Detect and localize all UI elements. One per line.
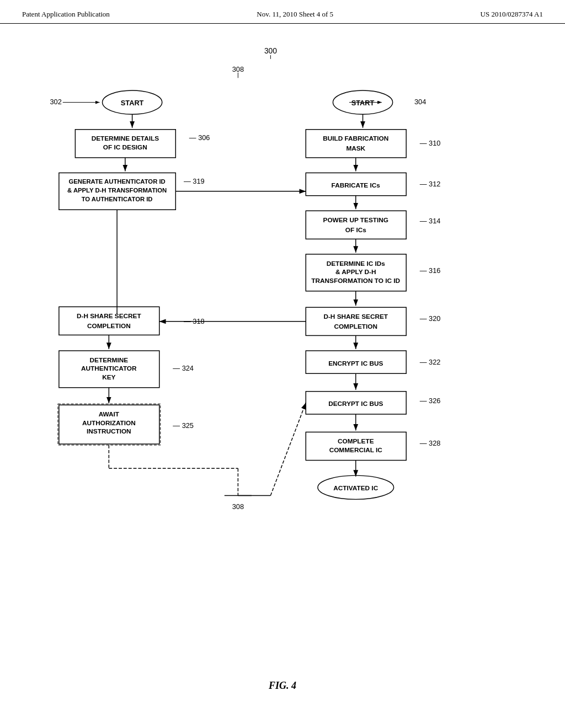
flowchart-svg: 300 302 START — 306 DETERMINE DETAILS OF… [0, 24, 565, 675]
label-316: — 316 [420, 266, 441, 275]
dh-share-right-label2: COMPLETION [334, 323, 377, 330]
label-314: — 314 [420, 217, 441, 225]
build-fab-label2: MASK [346, 144, 365, 152]
svg-rect-18 [306, 211, 406, 239]
label-328: — 328 [420, 439, 441, 447]
det-auth-key-label2: AUTHENTICATOR [81, 365, 137, 372]
det-auth-key-label1: DETERMINE [90, 356, 129, 364]
label-312: — 312 [420, 180, 441, 188]
dh-share-left-label1: D-H SHARE SECRET [77, 312, 141, 320]
complete-label1: COMPLETE [338, 437, 374, 445]
determine-details-label: DETERMINE DETAILS [92, 135, 159, 142]
await-auth-label3: INSTRUCTION [87, 427, 131, 435]
det-ic-label3: TRANSFORMATION TO IC ID [311, 277, 400, 285]
det-ic-label1: DETERMINE IC IDs [327, 260, 386, 267]
header-middle: Nov. 11, 2010 Sheet 4 of 5 [257, 10, 333, 19]
gen-auth-label1: GENERATE AUTHENTICATOR ID [68, 178, 165, 185]
svg-rect-22 [306, 307, 406, 335]
await-auth-label1: AWAIT [99, 410, 120, 418]
label-324: — 324 [173, 364, 194, 372]
svg-rect-14 [306, 130, 406, 158]
label-308-top: 308 [232, 65, 244, 73]
power-up-label1: POWER UP TESTING [323, 216, 388, 224]
label-326: — 326 [420, 397, 441, 405]
title-300: 300 [264, 47, 277, 55]
diagram-area: 300 302 START — 306 DETERMINE DETAILS OF… [0, 24, 565, 675]
label-302: 302 [50, 98, 61, 106]
power-up-label2: OF ICs [345, 226, 366, 234]
decrypt-label: DECRYPT IC BUS [328, 400, 383, 408]
det-auth-key-label3: KEY [102, 373, 115, 381]
label-310: — 310 [420, 139, 441, 147]
svg-line-43 [270, 403, 306, 495]
dh-share-right-label1: D-H SHARE SECRET [323, 313, 388, 320]
build-fab-label1: BUILD FABRICATION [323, 135, 388, 142]
figure-label: FIG. 4 [0, 680, 565, 692]
label-320: — 320 [420, 314, 441, 323]
await-auth-label2: AUTHORIZATION [82, 419, 136, 427]
label-322: — 322 [420, 358, 441, 366]
label-304: 304 [414, 98, 426, 106]
complete-label2: COMMERCIAL IC [329, 446, 383, 454]
encrypt-label: ENCRYPT IC BUS [328, 360, 383, 367]
svg-rect-32 [59, 307, 159, 335]
start-right-label: START [351, 99, 375, 107]
fabricate-label: FABRICATE ICs [332, 181, 381, 189]
header-right: US 2010/0287374 A1 [481, 10, 543, 19]
label-306: — 306 [189, 133, 210, 142]
gen-auth-label2: & APPLY D-H TRANSFORMATION [67, 187, 167, 194]
label-308-bottom: 308 [232, 502, 244, 511]
gen-auth-label3: TO AUTHENTICATOR ID [82, 196, 153, 202]
det-ic-label2: & APPLY D-H [335, 268, 376, 276]
header-left: Patent Application Publication [22, 10, 110, 19]
page-header: Patent Application Publication Nov. 11, … [0, 0, 565, 24]
label-325: — 325 [173, 421, 194, 430]
start-left-label: START [121, 99, 144, 107]
activated-ic-label: ACTIVATED IC [333, 484, 378, 492]
label-319: — 319 [184, 177, 205, 185]
determine-details-label2: OF IC DESIGN [103, 143, 147, 151]
dh-share-left-label2: COMPLETION [87, 322, 131, 330]
